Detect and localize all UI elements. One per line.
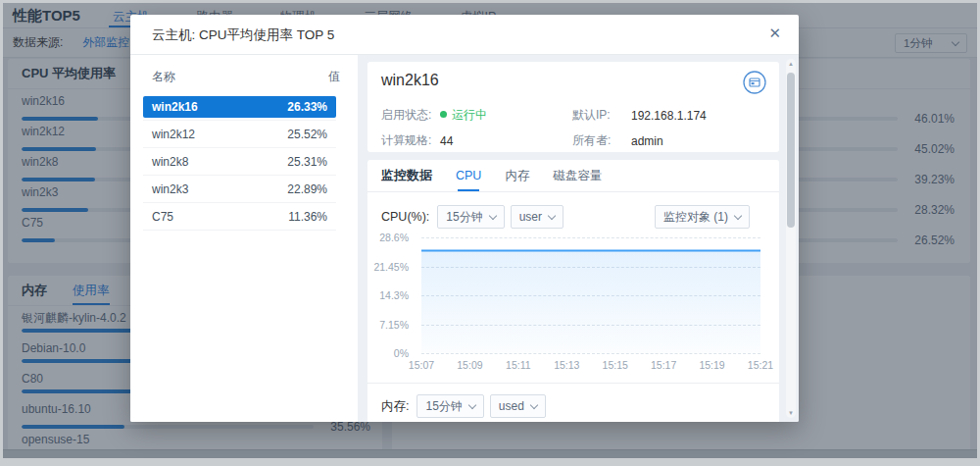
vm-list-row[interactable]: C7511.36% — [143, 206, 336, 228]
close-icon[interactable]: ✕ — [768, 25, 781, 42]
x-tick-label: 15:07 — [409, 359, 434, 371]
vm-list-row[interactable]: win2k825.31% — [143, 151, 336, 173]
x-tick-label: 15:13 — [554, 359, 579, 371]
monitor-tab-cpu[interactable]: CPU — [456, 160, 481, 191]
x-tick-label: 15:19 — [699, 359, 724, 371]
chart-x-axis: 15:0715:0915:1115:1315:1515:1715:1915:21 — [421, 359, 760, 375]
field-label-status: 启用状态: — [381, 107, 440, 124]
chart-series-svg — [421, 237, 760, 353]
chart-y-axis: 28.6%21.45%14.3%7.15%0% — [368, 237, 415, 353]
vm-row-value: 25.31% — [287, 155, 327, 169]
vm-row-value: 11.36% — [288, 210, 327, 224]
field-label-compute-spec: 计算规格: — [381, 132, 440, 149]
field-value-status: 运行中 — [440, 107, 572, 124]
chevron-down-icon — [734, 211, 742, 219]
monitor-title: 监控数据 — [381, 167, 432, 184]
x-tick-label: 15:11 — [506, 359, 531, 371]
y-tick-label: 7.15% — [379, 319, 409, 331]
divider — [368, 383, 779, 384]
chevron-down-icon — [530, 400, 538, 408]
cpu-metric-select[interactable]: user — [511, 205, 564, 229]
vm-row-name: win2k16 — [152, 100, 198, 114]
y-tick-label: 14.3% — [379, 289, 409, 301]
y-tick-label: 0% — [394, 347, 409, 359]
field-value-compute-spec: 44 — [440, 134, 572, 148]
field-value-default-ip: 192.168.1.174 — [631, 109, 765, 123]
vm-list-row-wrap: win2k1626.33% — [143, 93, 336, 121]
modal-title: 云主机: CPU平均使用率 TOP 5 — [152, 26, 334, 44]
vm-row-value: 22.89% — [287, 182, 327, 196]
vm-list-row-wrap: C7511.36% — [143, 203, 336, 231]
vm-detail-area: win2k16 启用状态: 运行中 默认IP: 192.168.1 — [358, 55, 799, 422]
cpu-label: CPU(%): — [381, 210, 429, 224]
screen: 性能TOP5 云主机 路由器 物理机 三层网络 虚拟IP 数据来源: 外部监控 … — [0, 0, 980, 466]
memory-interval-select[interactable]: 15分钟 — [416, 394, 483, 418]
monitor-header: 监控数据 CPU 内存 磁盘容量 — [368, 160, 779, 192]
scroll-up-icon[interactable]: ▲ — [786, 59, 796, 69]
cpu-line-chart: 28.6%21.45%14.3%7.15%0% 15:0715:0915:111… — [368, 237, 779, 377]
scroll-down-icon[interactable]: ▼ — [786, 408, 796, 418]
vm-row-name: C75 — [152, 210, 173, 224]
cpu-controls-row: CPU(%): 15分钟 user 监控对象 (1) — [381, 204, 750, 230]
memory-controls-row: 内存: 15分钟 used — [381, 393, 765, 419]
vm-row-name: win2k3 — [152, 182, 188, 196]
monitor-tab-memory[interactable]: 内存 — [505, 160, 529, 191]
vm-list-rows: win2k1626.33%win2k1225.52%win2k825.31%wi… — [130, 93, 358, 231]
vm-list-row-wrap: win2k1225.52% — [143, 121, 336, 148]
vm-list: 名称 值 win2k1626.33%win2k1225.52%win2k825.… — [130, 55, 358, 422]
vm-list-row[interactable]: win2k322.89% — [143, 179, 336, 200]
x-tick-label: 15:15 — [603, 359, 628, 371]
vm-list-row-wrap: win2k322.89% — [143, 176, 336, 203]
vm-name: win2k16 — [381, 72, 439, 89]
vm-list-row-wrap: win2k825.31% — [143, 148, 336, 176]
memory-metric-select[interactable]: used — [490, 394, 546, 418]
modal-body: 名称 值 win2k1626.33%win2k1225.52%win2k825.… — [130, 55, 799, 422]
vm-fields: 启用状态: 运行中 默认IP: 192.168.1.174 计算规格: 44 所… — [381, 107, 765, 149]
y-tick-label: 28.6% — [379, 232, 409, 243]
x-tick-label: 15:17 — [651, 359, 676, 371]
vm-list-row[interactable]: win2k1626.33% — [143, 96, 336, 118]
x-tick-label: 15:09 — [457, 359, 482, 371]
modal-header: 云主机: CPU平均使用率 TOP 5 ✕ — [130, 15, 799, 55]
vm-row-name: win2k8 — [152, 155, 188, 169]
vm-row-value: 25.52% — [287, 128, 327, 141]
memory-label: 内存: — [381, 398, 409, 415]
x-tick-label: 15:21 — [748, 359, 773, 371]
vm-info-card: win2k16 启用状态: 运行中 默认IP: 192.168.1 — [368, 62, 779, 152]
console-icon[interactable] — [742, 70, 767, 95]
vm-row-value: 26.33% — [287, 100, 327, 114]
vm-list-value-header: 值 — [328, 69, 340, 85]
chart-plot-area — [421, 237, 760, 353]
vm-list-header: 名称 值 — [130, 65, 358, 93]
chevron-down-icon — [488, 211, 496, 219]
vm-row-name: win2k12 — [152, 128, 195, 141]
monitor-object-select[interactable]: 监控对象 (1) — [655, 205, 750, 229]
gridline — [421, 353, 760, 354]
chevron-down-icon — [468, 400, 476, 408]
chevron-down-icon — [548, 211, 556, 219]
modal: 云主机: CPU平均使用率 TOP 5 ✕ 名称 值 win2k1626.33%… — [130, 15, 799, 422]
status-dot-icon — [440, 111, 447, 118]
monitor-tab-disk[interactable]: 磁盘容量 — [553, 160, 602, 191]
field-label-default-ip: 默认IP: — [572, 107, 631, 124]
cpu-interval-select[interactable]: 15分钟 — [437, 205, 504, 229]
y-tick-label: 21.45% — [373, 261, 409, 273]
vm-list-name-header: 名称 — [152, 69, 175, 85]
scrollbar-thumb[interactable] — [787, 73, 795, 228]
field-value-owner: admin — [631, 134, 765, 148]
modal-scrollbar[interactable]: ▲ ▼ — [786, 59, 796, 418]
chart-area-fill — [421, 251, 760, 353]
field-label-owner: 所有者: — [572, 132, 631, 149]
vm-list-row[interactable]: win2k1225.52% — [143, 124, 336, 145]
monitor-card: 监控数据 CPU 内存 磁盘容量 CPU(%): 15分钟 user — [368, 160, 779, 422]
